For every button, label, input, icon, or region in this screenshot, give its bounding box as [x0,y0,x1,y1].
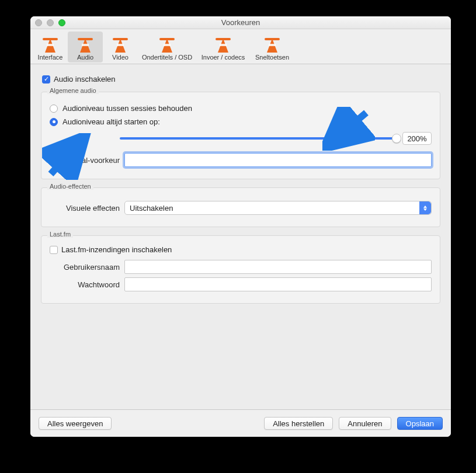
enable-audio-row: Audio inschakelen [42,75,439,84]
lastfm-username-row: Gebruikersnaam [50,260,432,274]
start-level-value[interactable]: 200% [402,132,432,145]
radio-start-level[interactable] [50,118,58,126]
lastfm-password-label: Wachtwoord [50,280,120,289]
window-controls [35,19,65,26]
cone-icon [267,39,277,53]
lastfm-username-label: Gebruikersnaam [50,263,120,272]
zoom-icon[interactable] [58,19,65,26]
lastfm-password-row: Wachtwoord [50,277,432,291]
toolbar-item-interface[interactable]: Interface [33,32,68,62]
lastfm-password-input[interactable] [124,277,432,291]
toolbar-item-label: Ondertitels / OSD [139,54,195,61]
content-area: Audio inschakelen Algemene audio Audioni… [30,64,451,409]
save-button[interactable]: Opslaan [397,417,443,430]
chevron-updown-icon [419,201,431,214]
enable-audio-label: Audio inschakelen [54,75,116,84]
lastfm-enable-label: Last.fm-inzendingen inschakelen [61,245,172,254]
toolbar-item-label: Video [104,54,137,61]
toolbar: Interface Audio Video Ondertitels / OSD … [30,29,451,64]
window-title: Voorkeuren [221,18,260,27]
audio-language-input[interactable] [124,153,432,167]
visual-effects-select[interactable]: Uitschakelen [124,201,432,215]
radio-keep-level-label: Audioniveau tussen sessies behouden [62,104,192,113]
toolbar-item-hotkeys[interactable]: Sneltoetsen [250,32,294,62]
group-audio-effects-title: Audio-effecten [47,183,93,190]
slider-knob[interactable] [392,134,401,143]
close-icon[interactable] [35,19,42,26]
radio-keep-level[interactable] [50,105,58,113]
cone-icon [80,39,91,53]
toolbar-item-label: Sneltoetsen [251,54,293,61]
enable-audio-checkbox[interactable] [42,75,50,84]
toolbar-item-input-codecs[interactable]: Invoer / codecs [196,32,250,62]
group-general-audio-title: Algemene audio [47,87,99,94]
lastfm-enable-row: Last.fm-inzendingen inschakelen [50,245,432,254]
group-general-audio: Algemene audio Audioniveau tussen sessie… [41,92,440,179]
footer: Alles weergeven Alles herstellen Annuler… [30,409,451,437]
visual-effects-label: Visuele effecten [50,204,120,213]
preferences-window: Voorkeuren Interface Audio Video Onderti… [30,16,451,437]
radio-start-level-label: Audioniveau altijd starten op: [62,117,160,126]
cone-icon [45,39,55,53]
toolbar-item-label: Invoer / codecs [197,54,249,61]
toolbar-item-label: Audio [69,54,102,61]
toolbar-item-video[interactable]: Video [103,32,138,62]
group-audio-effects: Audio-effecten Visuele effecten Uitschak… [41,187,440,227]
show-all-button[interactable]: Alles weergeven [39,417,112,430]
toolbar-item-audio[interactable]: Audio [68,32,103,62]
lastfm-enable-checkbox[interactable] [50,246,58,254]
start-level-slider[interactable] [120,137,397,140]
radio-start-level-row: Audioniveau altijd starten op: [50,117,432,126]
start-level-slider-row: 200% [120,132,432,145]
reset-all-button[interactable]: Alles herstellen [264,417,333,430]
toolbar-item-subtitles[interactable]: Ondertitels / OSD [138,32,196,62]
group-lastfm: Last.fm Last.fm-inzendingen inschakelen … [41,235,440,304]
cone-icon [162,39,172,53]
titlebar: Voorkeuren [30,16,451,29]
visual-effects-value: Uitschakelen [130,204,173,213]
minimize-icon[interactable] [47,19,54,26]
radio-keep-level-row: Audioniveau tussen sessies behouden [50,104,432,113]
audio-language-row: Audiotaal-voorkeur [50,153,432,167]
group-lastfm-title: Last.fm [47,231,73,238]
toolbar-item-label: Interface [34,54,67,61]
lastfm-username-input[interactable] [124,260,432,274]
cone-icon [218,39,228,53]
cone-icon [115,39,126,53]
cancel-button[interactable]: Annuleren [339,417,391,430]
visual-effects-row: Visuele effecten Uitschakelen [50,201,432,215]
audio-language-label: Audiotaal-voorkeur [50,156,120,165]
